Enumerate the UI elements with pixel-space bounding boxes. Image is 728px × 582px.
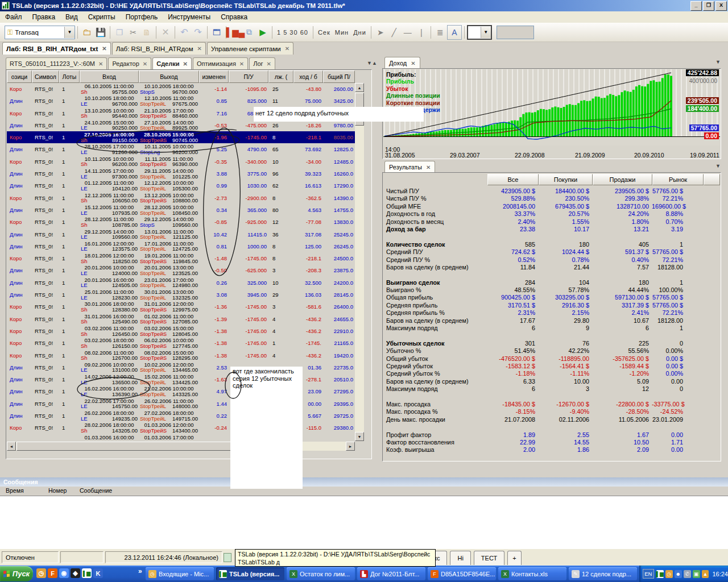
workspace-tab[interactable]: + <box>507 551 521 565</box>
workspace-tab[interactable]: Hi <box>450 551 470 565</box>
document-tab[interactable]: Лаб: RSI_B_RIH_ATRдом_txt✕ <box>2 42 111 55</box>
trade-row[interactable]: ДлинRTS_0!129.12.2005 14:00:00LE109560.0… <box>7 228 355 240</box>
tab-income[interactable]: Доход✕ <box>384 57 420 69</box>
messenger-icon[interactable]: ☻ <box>675 570 682 578</box>
cut-icon[interactable]: ✂ <box>126 26 140 39</box>
messages-column-0[interactable]: Время <box>6 487 24 494</box>
hline-icon[interactable]: — <box>401 26 415 39</box>
taskbar-button[interactable]: XОстаток по лим... <box>287 567 355 580</box>
line-icon[interactable]: ╱ <box>387 26 401 39</box>
chevron-down-icon[interactable]: ▼ <box>715 163 721 169</box>
close-icon[interactable]: ✕ <box>183 61 188 67</box>
results-column-Все[interactable]: Все <box>487 174 539 185</box>
timeframe-units[interactable]: СекМинДни <box>316 29 369 36</box>
undo-icon[interactable]: ↶ <box>177 26 191 39</box>
sub-tab[interactable]: Оптимизация✕ <box>193 57 248 69</box>
column-header[interactable]: Лоты <box>59 70 80 83</box>
copy-icon[interactable]: ❐ <box>113 26 126 39</box>
restore-button[interactable]: ❐ <box>703 1 714 11</box>
empty-combobox-2[interactable] <box>497 26 534 39</box>
trade-row[interactable]: 01.03.2006 16:00:0001.03.2006 17:00:00 <box>7 434 355 441</box>
sub-tab[interactable]: Лог✕ <box>249 57 275 69</box>
trade-row[interactable]: ДлинRTS_0!126.02.2006 18:00:00LE149235.0… <box>7 410 355 422</box>
trade-row[interactable]: ДлинRTS_0!110.10.2005 18:00:00LE96700.00… <box>7 95 355 107</box>
chart-icon[interactable]: ▌▆▄ <box>229 26 242 39</box>
scroll-up-icon[interactable]: ▲ <box>355 83 364 92</box>
menu-Вид[interactable]: Вид <box>60 12 83 22</box>
equity-chart[interactable]: Прибыль:ПрибыльУбытокДлинные позицииКоро… <box>383 69 720 146</box>
column-header[interactable]: озици <box>7 70 32 83</box>
menu-Инструменты[interactable]: Инструменты <box>163 12 216 22</box>
unit-Сек[interactable]: Сек <box>316 29 333 36</box>
paste-icon[interactable]: 🗎 <box>140 26 154 39</box>
trade-row[interactable]: ДлинRTS_0!116.02.2006 16:00:00LE136390.0… <box>7 385 355 397</box>
results-header[interactable]: ВсеПокупкиПродажиРынок <box>383 174 720 185</box>
trade-row[interactable]: ДлинRTS_0!114.02.2006 12:00:00LE136500.0… <box>7 373 355 385</box>
scroll-right-icon[interactable]: ► <box>346 442 355 451</box>
results-column-Покупки[interactable]: Покупки <box>539 174 593 185</box>
clock-icon[interactable]: ◷ <box>36 568 46 578</box>
start-button[interactable]: Пуск <box>0 566 33 581</box>
results-column-Рынок[interactable]: Рынок <box>652 174 704 185</box>
taskbar-button[interactable]: FD85A15DF8546E... <box>428 567 496 580</box>
menu-Справка[interactable]: Справка <box>216 12 253 22</box>
column-header[interactable]: П/У <box>229 70 268 83</box>
close-icon[interactable]: ✕ <box>411 60 415 66</box>
empty-combobox-1[interactable]: ▼ <box>467 25 492 40</box>
timeframe-buttons[interactable]: 1 5 30 60 <box>275 29 311 36</box>
update-icon[interactable]: ▣ <box>693 570 700 578</box>
shield-icon[interactable]: ▲ <box>702 570 709 578</box>
messages-column-1[interactable]: Номер <box>48 487 67 494</box>
unit-Дни[interactable]: Дни <box>351 29 369 36</box>
tab-results[interactable]: Результаты✕ <box>384 161 435 173</box>
trade-row[interactable]: КороRTS_0!118.01.2006 12:00:00Sh118250.0… <box>7 252 355 264</box>
close-icon[interactable]: ✕ <box>426 164 431 171</box>
close-icon[interactable]: ✕ <box>143 61 147 67</box>
taskbar-button[interactable]: XКонтакты.xls <box>498 567 566 580</box>
chevron-more-icon[interactable]: » <box>138 567 142 575</box>
tslab-icon[interactable]: ▌▆ <box>656 570 664 578</box>
column-header[interactable]: бщий П/ <box>323 70 355 83</box>
messages-column-2[interactable]: Сообщение <box>80 487 112 494</box>
trade-row[interactable]: КороRTS_0!131.01.2006 16:00:00Sh125490.0… <box>7 313 355 325</box>
delete-icon[interactable]: ✕ <box>159 26 172 39</box>
language-indicator[interactable]: EN <box>643 569 654 579</box>
sub-tab[interactable]: Сделки✕ <box>152 57 192 69</box>
close-button[interactable]: X <box>715 1 727 11</box>
sub-tab[interactable]: Редактор✕ <box>108 57 151 69</box>
scrollbar-thumb[interactable] <box>16 442 244 451</box>
document-tab[interactable]: Лаб: RSI_B_RIH_ATRдом✕ <box>112 42 206 55</box>
vline-icon[interactable]: | <box>415 26 428 39</box>
trade-row[interactable]: КороRTS_0!112.12.2005 11:00:00Sh106050.0… <box>7 192 355 204</box>
workspace-tab[interactable]: ТЕСТ <box>474 551 504 565</box>
document-tab[interactable]: Управление скриптами✕ <box>207 42 293 55</box>
column-header[interactable]: лж. ( <box>268 70 293 83</box>
minimize-button[interactable]: _ <box>690 1 702 11</box>
trade-row[interactable]: КороRTS_0!110.11.2005 10:00:00Sh96200.00… <box>7 156 355 168</box>
trade-row[interactable]: КороRTS_0!103.02.2006 18:00:00Sh126150.0… <box>7 337 355 349</box>
kmplayer-icon[interactable]: K <box>93 568 103 578</box>
trade-row[interactable]: ДлинRTS_0!128.10.2005 17:00:00LE91260.00… <box>7 143 355 155</box>
vertical-scrollbar[interactable]: ▲ ▼ <box>355 83 364 441</box>
trade-row[interactable]: ДлинRTS_0!101.12.2005 11:00:00LE104120.0… <box>7 180 355 192</box>
trade-row[interactable]: КороRTS_0!128.12.2005 11:00:00Sh108785.0… <box>7 216 355 228</box>
trade-row[interactable]: ДлинRTS_0!122.02.2006 17:00:00LE145750.0… <box>7 398 355 410</box>
taskbar-button[interactable]: ▙Дог №2011-Блт... <box>357 567 425 580</box>
taskbar-button[interactable]: ◷Входящие - Mic... <box>146 567 214 580</box>
tslab-icon[interactable]: ▌▆ <box>82 568 92 578</box>
close-icon[interactable]: ✕ <box>285 45 289 52</box>
trade-row[interactable]: КороRTS_0!106.10.2005 11:00:00Sh95755.00… <box>7 83 355 95</box>
label-icon[interactable]: ≣ <box>433 26 447 39</box>
trades-table-header[interactable]: озициСимволЛотыВходВыходизмененП/Улж. (х… <box>7 70 355 83</box>
script-icon[interactable]: ⧉ <box>242 26 256 39</box>
chevron-down-icon[interactable]: ▼▲ <box>367 60 377 66</box>
column-header[interactable]: изменен <box>199 70 229 83</box>
results-column-Продажи[interactable]: Продажи <box>593 174 652 185</box>
results-column-extra[interactable] <box>704 174 720 185</box>
column-header[interactable]: ход / б <box>293 70 323 83</box>
horizontal-scrollbar[interactable]: ◄ ► <box>7 442 355 451</box>
save-icon[interactable]: 💾 <box>94 26 107 39</box>
sub-tab[interactable]: RTS_050101_111223_V:-:60M✕ <box>6 57 107 69</box>
run-icon[interactable]: ▶ <box>256 26 270 39</box>
trade-row[interactable]: КороRTS_0!127.10.2005 16:00:00Sh89150.00… <box>7 131 355 143</box>
